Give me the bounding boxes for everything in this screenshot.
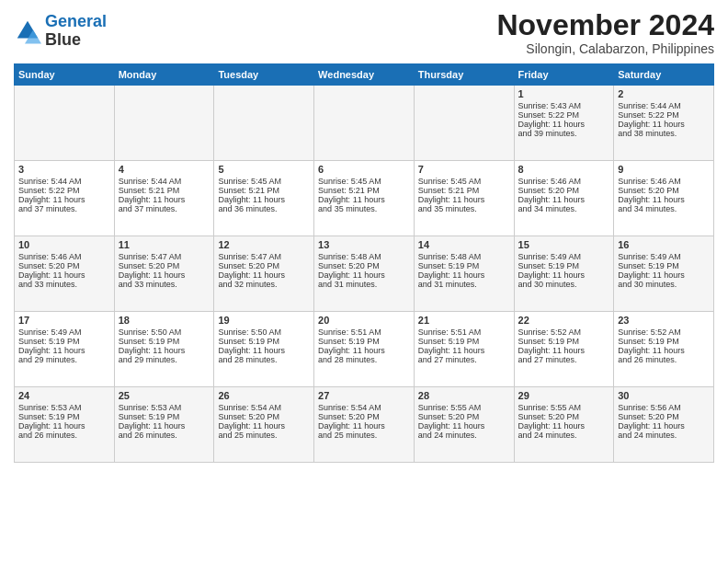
day-info: Sunset: 5:20 PM (318, 412, 410, 421)
day-info: Sunset: 5:20 PM (218, 261, 310, 270)
day-info: and 29 minutes. (18, 355, 110, 364)
day-number: 21 (418, 315, 510, 326)
day-info: Sunrise: 5:44 AM (18, 177, 110, 186)
calendar-cell: 28Sunrise: 5:55 AMSunset: 5:20 PMDayligh… (414, 387, 514, 463)
day-info: Sunset: 5:20 PM (518, 186, 610, 195)
day-number: 20 (318, 315, 410, 326)
day-info: Sunset: 5:20 PM (418, 412, 510, 421)
day-info: and 28 minutes. (218, 355, 310, 364)
day-number: 26 (218, 390, 310, 401)
day-number: 9 (618, 164, 710, 175)
day-number: 5 (218, 164, 310, 175)
day-number: 27 (318, 390, 410, 401)
day-info: and 29 minutes. (119, 355, 210, 364)
day-info: Daylight: 11 hours (518, 195, 610, 204)
day-info: Sunset: 5:22 PM (518, 110, 610, 120)
day-info: Sunset: 5:19 PM (618, 261, 710, 270)
day-info: Daylight: 11 hours (418, 346, 510, 355)
day-info: Sunset: 5:20 PM (518, 412, 610, 421)
day-number: 4 (119, 164, 210, 175)
day-info: Sunrise: 5:45 AM (318, 177, 410, 186)
day-info: Sunrise: 5:49 AM (518, 252, 610, 261)
day-info: Sunrise: 5:51 AM (318, 327, 410, 337)
calendar-cell: 25Sunrise: 5:53 AMSunset: 5:19 PMDayligh… (114, 387, 214, 463)
calendar-cell (214, 86, 314, 161)
calendar-cell: 29Sunrise: 5:55 AMSunset: 5:20 PMDayligh… (514, 387, 614, 463)
day-info: Daylight: 11 hours (418, 270, 510, 280)
day-info: and 26 minutes. (618, 355, 710, 364)
logo: General Blue (14, 13, 107, 50)
week-row-3: 17Sunrise: 5:49 AMSunset: 5:19 PMDayligh… (15, 312, 714, 387)
day-info: Daylight: 11 hours (518, 421, 610, 431)
calendar-cell (414, 86, 514, 161)
calendar-cell: 12Sunrise: 5:47 AMSunset: 5:20 PMDayligh… (214, 236, 314, 312)
location: Silongin, Calabarzon, Philippines (496, 41, 714, 56)
calendar-cell: 14Sunrise: 5:48 AMSunset: 5:19 PMDayligh… (414, 236, 514, 312)
day-number: 22 (518, 315, 610, 326)
day-info: Sunrise: 5:54 AM (318, 403, 410, 412)
day-info: Daylight: 11 hours (18, 270, 110, 280)
day-info: Sunrise: 5:56 AM (618, 403, 710, 412)
day-info: Sunset: 5:22 PM (18, 186, 110, 195)
calendar-cell: 17Sunrise: 5:49 AMSunset: 5:19 PMDayligh… (15, 312, 115, 387)
calendar-cell: 21Sunrise: 5:51 AMSunset: 5:19 PMDayligh… (414, 312, 514, 387)
day-number: 15 (518, 239, 610, 250)
day-info: Sunrise: 5:46 AM (18, 252, 110, 261)
calendar-cell: 6Sunrise: 5:45 AMSunset: 5:21 PMDaylight… (314, 161, 415, 236)
day-info: Sunset: 5:21 PM (218, 186, 310, 195)
day-number: 24 (18, 390, 110, 401)
day-info: Daylight: 11 hours (18, 421, 110, 431)
day-info: and 33 minutes. (119, 280, 210, 289)
day-info: Sunset: 5:20 PM (318, 261, 410, 270)
day-info: Sunset: 5:20 PM (618, 186, 710, 195)
calendar-cell (314, 86, 415, 161)
day-info: Sunset: 5:20 PM (18, 261, 110, 270)
day-info: Sunrise: 5:47 AM (218, 252, 310, 261)
title-area: November 2024 Silongin, Calabarzon, Phil… (496, 9, 714, 56)
day-info: Sunset: 5:19 PM (418, 261, 510, 270)
day-info: Sunset: 5:19 PM (218, 337, 310, 346)
day-info: Sunset: 5:20 PM (218, 412, 310, 421)
calendar-cell: 7Sunrise: 5:45 AMSunset: 5:21 PMDaylight… (414, 161, 514, 236)
day-number: 13 (318, 239, 410, 250)
day-info: Sunset: 5:19 PM (18, 412, 110, 421)
day-number: 30 (618, 390, 710, 401)
day-info: Daylight: 11 hours (218, 270, 310, 280)
day-info: Sunrise: 5:48 AM (418, 252, 510, 261)
day-info: Daylight: 11 hours (418, 421, 510, 431)
day-info: Daylight: 11 hours (119, 421, 210, 431)
day-number: 23 (618, 315, 710, 326)
day-info: and 37 minutes. (18, 204, 110, 213)
day-info: Sunrise: 5:53 AM (119, 403, 210, 412)
day-info: Daylight: 11 hours (119, 346, 210, 355)
day-header-thursday: Thursday (414, 64, 514, 86)
day-info: Sunset: 5:19 PM (518, 337, 610, 346)
calendar-cell: 15Sunrise: 5:49 AMSunset: 5:19 PMDayligh… (514, 236, 614, 312)
day-info: Daylight: 11 hours (119, 270, 210, 280)
day-info: Daylight: 11 hours (518, 346, 610, 355)
calendar-cell: 19Sunrise: 5:50 AMSunset: 5:19 PMDayligh… (214, 312, 314, 387)
calendar-table: SundayMondayTuesdayWednesdayThursdayFrid… (14, 63, 714, 463)
day-info: Sunset: 5:20 PM (119, 261, 210, 270)
calendar-cell: 10Sunrise: 5:46 AMSunset: 5:20 PMDayligh… (15, 236, 115, 312)
day-info: Sunset: 5:19 PM (518, 261, 610, 270)
day-info: and 32 minutes. (218, 280, 310, 289)
day-info: and 37 minutes. (119, 204, 210, 213)
day-number: 12 (218, 239, 310, 250)
calendar-cell: 23Sunrise: 5:52 AMSunset: 5:19 PMDayligh… (614, 312, 714, 387)
day-info: Sunrise: 5:47 AM (119, 252, 210, 261)
calendar-cell: 24Sunrise: 5:53 AMSunset: 5:19 PMDayligh… (15, 387, 115, 463)
day-number: 18 (119, 315, 210, 326)
calendar-cell: 16Sunrise: 5:49 AMSunset: 5:19 PMDayligh… (614, 236, 714, 312)
day-header-saturday: Saturday (614, 64, 714, 86)
day-info: and 27 minutes. (518, 355, 610, 364)
day-number: 3 (18, 164, 110, 175)
week-row-2: 10Sunrise: 5:46 AMSunset: 5:20 PMDayligh… (15, 236, 714, 312)
day-info: Sunrise: 5:55 AM (518, 403, 610, 412)
day-info: and 24 minutes. (518, 431, 610, 440)
day-info: Sunrise: 5:48 AM (318, 252, 410, 261)
day-header-sunday: Sunday (15, 64, 115, 86)
calendar-cell: 27Sunrise: 5:54 AMSunset: 5:20 PMDayligh… (314, 387, 415, 463)
day-info: and 34 minutes. (618, 204, 710, 213)
day-info: Sunrise: 5:49 AM (618, 252, 710, 261)
